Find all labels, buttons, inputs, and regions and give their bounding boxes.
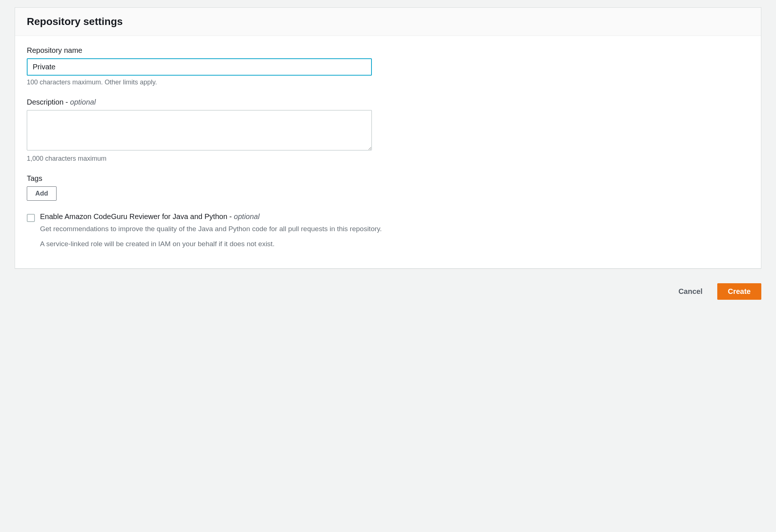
repository-name-label: Repository name: [27, 46, 749, 55]
description-optional: optional: [70, 98, 96, 106]
description-input[interactable]: [27, 110, 372, 150]
cancel-button[interactable]: Cancel: [674, 284, 707, 299]
repository-name-input[interactable]: [27, 58, 372, 76]
create-button[interactable]: Create: [717, 283, 761, 300]
codeguru-desc-1: Get recommendations to improve the quali…: [40, 224, 394, 234]
panel-body: Repository name 100 characters maximum. …: [15, 36, 761, 268]
page-title: Repository settings: [27, 16, 749, 28]
codeguru-desc-2: A service-linked role will be created in…: [40, 239, 394, 249]
panel-header: Repository settings: [15, 8, 761, 36]
codeguru-label: Enable Amazon CodeGuru Reviewer for Java…: [40, 212, 394, 221]
description-group: Description - optional 1,000 characters …: [27, 98, 749, 163]
codeguru-group: Enable Amazon CodeGuru Reviewer for Java…: [27, 212, 394, 254]
add-tag-button[interactable]: Add: [27, 186, 57, 201]
footer-actions: Cancel Create: [15, 283, 761, 300]
description-hint: 1,000 characters maximum: [27, 155, 749, 163]
tags-group: Tags Add: [27, 174, 749, 201]
description-label: Description - optional: [27, 98, 749, 106]
repository-settings-panel: Repository settings Repository name 100 …: [15, 7, 761, 269]
codeguru-optional: optional: [234, 212, 260, 221]
description-label-text: Description -: [27, 98, 70, 106]
codeguru-checkbox[interactable]: [27, 214, 35, 222]
repository-name-hint: 100 characters maximum. Other limits app…: [27, 79, 749, 86]
repository-name-group: Repository name 100 characters maximum. …: [27, 46, 749, 86]
codeguru-content: Enable Amazon CodeGuru Reviewer for Java…: [40, 212, 394, 254]
codeguru-label-text: Enable Amazon CodeGuru Reviewer for Java…: [40, 212, 234, 221]
tags-label: Tags: [27, 174, 749, 183]
